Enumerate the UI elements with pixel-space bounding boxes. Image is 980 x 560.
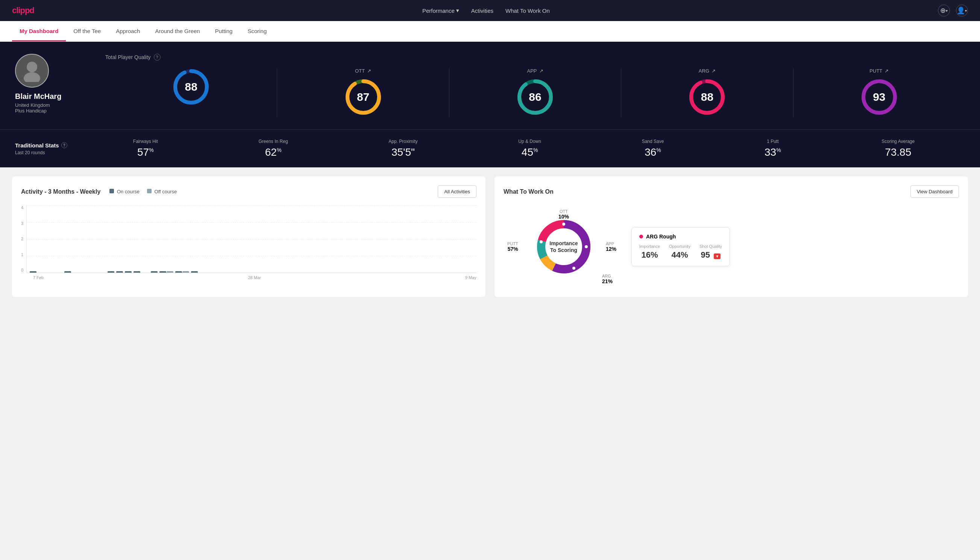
nav-activities[interactable]: Activities [471,8,493,14]
chevron-down-icon: ▾ [946,8,948,13]
x-label-feb: 7 Feb [33,275,43,280]
score-label-ott: OTT ↗ [355,68,371,74]
tab-around-the-green[interactable]: Around the Green [147,21,207,42]
tab-putting[interactable]: Putting [208,21,240,42]
activity-panel: Activity - 3 Months - Weekly On course O… [12,177,486,297]
nav-right: ⊕ ▾ 👤 ▾ [938,5,968,17]
what-to-work-on-panel: What To Work On View Dashboard OTT 10% A… [494,177,968,297]
score-ring-ott: 87 [344,78,382,116]
chart-bar-on-course [64,271,71,273]
dot-arg [572,267,576,270]
chart-bar-group [108,271,114,273]
metric-value: 95 ▼ [699,250,722,260]
score-ring-arg: 88 [688,78,726,116]
dot-putt [540,240,542,243]
stat-app-proximity: App. Proximity 35'5" [388,139,418,158]
info-card-opportunity: Opportunity 44% [669,244,690,260]
info-card: ARG Rough Importance 16% Opportunity 44%… [631,227,730,266]
player-info: Blair McHarg United Kingdom Plus Handica… [15,54,90,113]
all-activities-button[interactable]: All Activities [438,185,476,198]
traditional-stats: Traditional Stats ? Last 20 rounds Fairw… [0,129,980,167]
trad-stats-label: Traditional Stats ? Last 20 rounds [15,142,83,155]
metric-label: Importance [639,244,660,248]
y-label-4: 4 [21,205,23,210]
legend-dot-off-course [147,189,151,193]
chart-bar-group [133,271,140,273]
dot-app [585,245,588,248]
score-ring-putt: 93 [860,78,898,116]
score-label-arg: ARG ↗ [699,68,715,74]
chart-bar-on-course [151,271,158,273]
stat-value: 73.85 [882,146,915,158]
metric-label: Shot Quality [699,244,722,248]
tab-my-dashboard[interactable]: My Dashboard [12,21,66,42]
chart-bar-on-course [125,271,131,273]
stat-1-putt: 1 Putt 33% [765,139,781,158]
info-card-dot [639,235,643,238]
stat-value: 62% [259,146,288,158]
chart-bar-group [30,271,37,273]
legend-off-course: Off course [147,189,177,195]
user-avatar-nav[interactable]: 👤 ▾ [956,5,968,17]
nav-what-to-work-on[interactable]: What To Work On [506,8,550,14]
tab-bar: My Dashboard Off the Tee Approach Around… [0,21,980,42]
grid-line [27,239,476,240]
tab-off-the-tee[interactable]: Off the Tee [66,21,108,42]
app-logo[interactable]: clippd [12,6,34,15]
chart-bar-on-course [175,271,182,273]
x-label-mar: 28 Mar [248,275,261,280]
score-label-app: APP ↗ [527,68,543,74]
arrow-up-icon: ↗ [885,68,888,74]
stat-value: 35'5" [388,146,418,158]
chart-bar-group [116,271,123,273]
y-label-0: 0 [21,268,23,272]
donut-label-putt: PUTT 57% [507,242,518,252]
add-button[interactable]: ⊕ ▾ [938,5,950,17]
chart-bar-off-course [166,271,173,273]
info-card-metrics: Importance 16% Opportunity 44% Shot Qual… [639,244,722,260]
tab-approach[interactable]: Approach [108,21,147,42]
score-value-ott: 87 [357,91,369,103]
hero-section: Blair McHarg United Kingdom Plus Handica… [0,42,980,129]
info-card-shot-quality: Shot Quality 95 ▼ [699,244,722,260]
chart-area: 4 3 2 1 0 7 Feb 28 Mar [21,205,476,280]
score-value-app: 86 [529,91,541,103]
score-ott: OTT ↗ 87 [277,68,449,117]
info-icon[interactable]: ? [154,54,161,60]
donut-center-text: Importance To Scoring [549,240,577,253]
stat-value: 33% [765,146,781,158]
score-ring-overall: 88 [172,68,210,106]
dot-ott [562,223,565,226]
chevron-down-icon: ▾ [456,7,459,14]
info-card-importance: Importance 16% [639,244,660,260]
score-putt: PUTT ↗ 93 [794,68,965,117]
bottom-panels: Activity - 3 Months - Weekly On course O… [0,167,980,306]
flag-icon: ▼ [714,253,720,259]
x-label-may: 9 May [465,275,476,280]
activity-chart-title: Activity - 3 Months - Weekly [21,188,100,195]
metric-label: Opportunity [669,244,690,248]
trad-stats-title: Traditional Stats ? [15,142,83,148]
chart-bar-group [64,271,71,273]
legend-dot-on-course [110,189,114,193]
chart-bar-on-course [108,271,114,273]
score-value-arg: 88 [701,91,714,103]
player-handicap: Plus Handicap [15,108,90,113]
chart-bar-group [191,271,198,273]
stat-value: 57% [133,146,158,158]
chart-bar-off-course [182,271,189,273]
y-label-2: 2 [21,237,23,241]
score-overall: 88 [105,68,277,117]
info-icon[interactable]: ? [61,142,67,148]
view-dashboard-button[interactable]: View Dashboard [910,185,959,198]
stat-label: Up & Down [518,139,541,144]
donut-label-ott: OTT 10% [559,209,569,220]
stat-up-down: Up & Down 45% [518,139,541,158]
donut-label-arg: ARG 21% [602,274,612,284]
nav-performance[interactable]: Performance ▾ [422,7,459,14]
x-labels: 7 Feb 28 Mar 9 May [21,275,476,280]
stat-value: 36% [642,146,664,158]
stat-greens-in-reg: Greens In Reg 62% [259,139,288,158]
tab-scoring[interactable]: Scoring [240,21,274,42]
legend-on-course: On course [110,189,140,195]
